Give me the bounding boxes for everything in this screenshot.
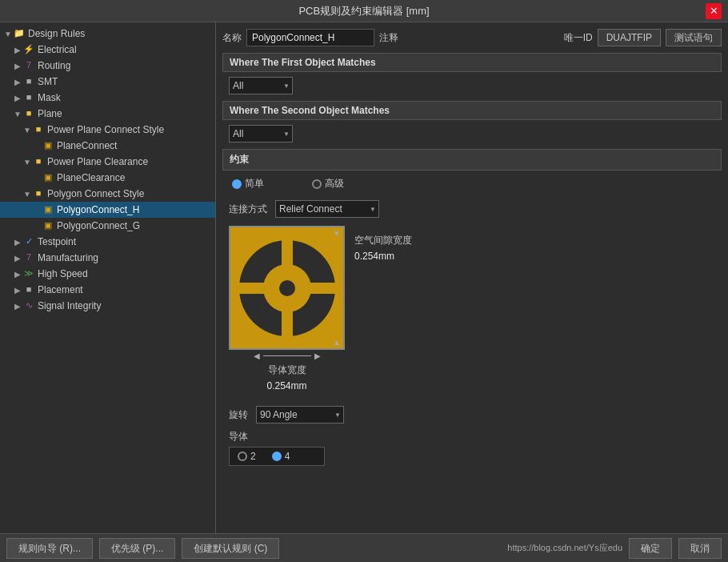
rule-wizard-button[interactable]: 规则向导 (R)...	[6, 538, 93, 559]
sidebar-item-polygonconnect-g[interactable]: ▣PolygonConnect_G	[0, 218, 215, 234]
sidebar-item-placement[interactable]: ▶■Placement	[0, 282, 215, 298]
radio-simple-circle	[232, 179, 242, 189]
sidebar-item-polygonconnect-h[interactable]: ▣PolygonConnect_H	[0, 202, 215, 218]
rotation-select-wrapper[interactable]: 90 Angle 45 Angle	[256, 406, 344, 424]
test-button[interactable]: 测试语句	[666, 29, 722, 46]
polygonconnect-h-label: PolygonConnect_H	[57, 204, 139, 215]
first-match-select[interactable]: All	[229, 77, 293, 94]
testpoint-label: Testpoint	[38, 236, 76, 247]
advanced-label: 高级	[325, 177, 344, 191]
duajtfip-button[interactable]: DUAJTFIP	[598, 29, 661, 46]
placement-icon: ■	[22, 284, 35, 295]
left-panel: ▼📁Design Rules▶⚡Electrical▶7Routing▶■SMT…	[0, 22, 216, 533]
mask-icon: ■	[22, 92, 35, 103]
smt-label: SMT	[38, 76, 58, 87]
sidebar-item-power-plane-clearance[interactable]: ▼■Power Plane Clearance	[0, 154, 215, 170]
polygon-connect-style-icon: ■	[32, 188, 45, 199]
radio-advanced[interactable]: 高级	[312, 177, 344, 191]
sidebar-item-power-plane-connect-style[interactable]: ▼■Power Plane Connect Style	[0, 122, 215, 138]
plane-arrow: ▼	[13, 110, 22, 118]
first-match-select-wrapper[interactable]: All	[229, 77, 293, 94]
second-match-row: All	[222, 125, 722, 143]
polygon-connect-style-arrow: ▼	[22, 190, 32, 199]
rotation-label: 旋转	[229, 408, 248, 422]
electrical-label: Electrical	[38, 44, 77, 55]
sidebar-item-planeclearance[interactable]: ▣PlaneClearance	[0, 170, 215, 186]
signal-integrity-label: Signal Integrity	[38, 300, 101, 311]
pcb-visual: ▼ ▲	[229, 226, 345, 350]
conductor-4-label: 4	[285, 451, 290, 462]
cancel-button[interactable]: 取消	[678, 538, 722, 559]
sidebar-item-manufacturing[interactable]: ▶7Manufacturing	[0, 250, 215, 266]
power-plane-clearance-arrow: ▼	[22, 158, 32, 167]
routing-label: Routing	[38, 60, 70, 71]
header-row: 名称 注释 唯一ID DUAJTFIP 测试语句	[222, 29, 722, 46]
plane-label: Plane	[38, 108, 62, 119]
sidebar-item-testpoint[interactable]: ▶✓Testpoint	[0, 234, 215, 250]
sidebar-item-routing[interactable]: ▶7Routing	[0, 58, 215, 74]
sidebar-item-mask[interactable]: ▶■Mask	[0, 90, 215, 106]
unique-id-label: 唯一ID	[564, 31, 593, 45]
sidebar-item-design-rules[interactable]: ▼📁Design Rules	[0, 26, 215, 42]
mask-arrow: ▶	[13, 94, 22, 102]
planeconnect-label: PlaneConnect	[57, 140, 117, 151]
air-clearance-value: 0.254mm	[354, 251, 412, 262]
design-rules-icon: 📁	[13, 28, 26, 39]
comment-label: 注释	[379, 31, 398, 45]
radio-advanced-circle	[312, 179, 322, 189]
connect-style-select-wrapper[interactable]: Relief Connect Direct Connect No Connect	[275, 200, 379, 218]
bottom-dim-area: ◀ ▶	[254, 351, 321, 360]
power-plane-connect-style-arrow: ▼	[22, 126, 32, 134]
electrical-icon: ⚡	[22, 44, 35, 55]
conductor-4-radio[interactable]: 4	[272, 451, 290, 462]
design-rules-label: Design Rules	[28, 28, 85, 39]
connect-style-select[interactable]: Relief Connect Direct Connect No Connect	[275, 200, 379, 218]
right-info: 空气间隙宽度 0.254mm	[354, 226, 412, 268]
sidebar-item-planeconnect[interactable]: ▣PlaneConnect	[0, 138, 215, 154]
first-match-row: All	[222, 77, 722, 94]
routing-arrow: ▶	[13, 62, 22, 70]
first-match-section: Where The First Object Matches	[222, 53, 722, 72]
priority-button[interactable]: 优先级 (P)...	[99, 538, 175, 559]
window-title: PCB规则及约束编辑器 [mm]	[22, 4, 706, 18]
mask-label: Mask	[38, 92, 61, 103]
planeclearance-label: PlaneClearance	[57, 172, 125, 183]
sidebar-item-signal-integrity[interactable]: ▶∿Signal Integrity	[0, 298, 215, 314]
smt-arrow: ▶	[13, 78, 22, 86]
rotation-select[interactable]: 90 Angle 45 Angle	[256, 406, 344, 424]
ok-button[interactable]: 确定	[629, 538, 672, 559]
conductor-width-value: 0.254mm	[266, 380, 306, 391]
radio-simple[interactable]: 简单	[232, 177, 264, 191]
design-rules-arrow: ▼	[3, 30, 13, 38]
sidebar-item-polygon-connect-style[interactable]: ▼■Polygon Connect Style	[0, 186, 215, 202]
simple-label: 简单	[245, 177, 264, 191]
conductor-4-circle	[272, 452, 282, 461]
dim-arrows: ▼ ▲	[330, 227, 343, 348]
power-plane-clearance-label: Power Plane Clearance	[47, 156, 148, 167]
sidebar-item-smt[interactable]: ▶■SMT	[0, 74, 215, 90]
power-plane-connect-style-label: Power Plane Connect Style	[47, 124, 164, 135]
constraint-section: 约束 简单 高级 连接方式 Relief Connect Direct Conn	[222, 149, 722, 466]
power-plane-clearance-icon: ■	[32, 156, 45, 167]
placement-label: Placement	[38, 284, 83, 295]
create-default-button[interactable]: 创建默认规则 (C)	[182, 538, 279, 559]
close-button[interactable]: ✕	[706, 3, 722, 19]
testpoint-icon: ✓	[22, 236, 35, 247]
sidebar-item-plane[interactable]: ▼■Plane	[0, 106, 215, 122]
routing-icon: 7	[22, 60, 35, 71]
second-match-section: Where The Second Object Matches	[222, 101, 722, 120]
conductor-2-radio[interactable]: 2	[238, 451, 256, 462]
conductor-options: 2 4	[229, 447, 325, 466]
url-label: https://blog.csdn.net/Ys应edu	[507, 542, 622, 554]
second-match-select[interactable]: All	[229, 125, 293, 143]
pcb-area: ▼ ▲ ◀ ▶ 导体宽度 0.254mm	[222, 226, 722, 398]
sidebar-item-high-speed[interactable]: ▶≫High Speed	[0, 266, 215, 282]
title-bar: PCB规则及约束编辑器 [mm] ✕	[0, 0, 728, 22]
name-input[interactable]	[246, 29, 374, 46]
connect-row: 连接方式 Relief Connect Direct Connect No Co…	[222, 200, 722, 218]
smt-icon: ■	[22, 76, 35, 87]
sidebar-item-electrical[interactable]: ▶⚡Electrical	[0, 42, 215, 58]
constraint-header: 约束	[222, 149, 722, 171]
air-clearance-label: 空气间隙宽度	[354, 234, 412, 247]
second-match-select-wrapper[interactable]: All	[229, 125, 293, 143]
